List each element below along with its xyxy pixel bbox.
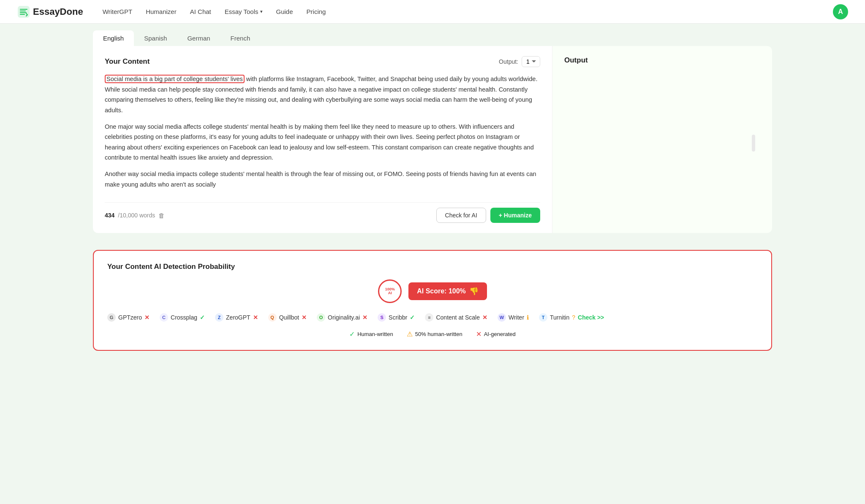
brand-name: EssayDone xyxy=(33,6,83,17)
writer-label: Writer xyxy=(509,314,524,321)
word-count-limit: /10,000 words xyxy=(118,212,155,219)
score-circle-label: AI xyxy=(388,291,392,295)
zerogpt-label: ZeroGPT xyxy=(226,314,250,321)
nav-pricing[interactable]: Pricing xyxy=(301,5,332,19)
scribbr-label: Scribbr xyxy=(389,314,407,321)
content-text: Social media is a big part of college st… xyxy=(105,74,540,190)
highlighted-sentence: Social media is a big part of college st… xyxy=(105,75,245,83)
quillbot-icon: Q xyxy=(268,313,277,322)
legend-orange-icon: ⚠ xyxy=(407,330,413,338)
panel-header: Your Content Output: 1 2 3 xyxy=(105,56,540,67)
zerogpt-status: ✕ xyxy=(253,314,258,321)
gptzero-label: GPTzero xyxy=(118,314,142,321)
tab-german[interactable]: German xyxy=(177,30,220,46)
gptzero-status: ✕ xyxy=(144,314,150,321)
originality-label: Originality.ai xyxy=(328,314,360,321)
output-label: Output: xyxy=(499,58,518,65)
detection-title: Your Content AI Detection Probability xyxy=(107,263,758,271)
writer-status: ℹ xyxy=(527,314,529,321)
contentatscale-label: Content at Scale xyxy=(436,314,480,321)
crossplag-icon: C xyxy=(160,313,168,322)
legend-50-human: ⚠ 50% human-written xyxy=(407,330,462,338)
svg-rect-0 xyxy=(18,6,30,18)
legend-human-written-label: Human-written xyxy=(357,331,393,337)
nav-writergpt[interactable]: WriterGPT xyxy=(97,5,139,19)
legend-ai-generated-label: AI-generated xyxy=(484,331,516,337)
legend-red-icon: ✕ xyxy=(476,330,481,338)
chevron-down-icon: ▾ xyxy=(260,9,263,14)
score-circle: 100% AI xyxy=(378,279,402,303)
detector-originality: O Originality.ai ✕ xyxy=(317,313,367,322)
output-select[interactable]: 1 2 3 xyxy=(522,56,540,67)
turnitin-info-icon: ? xyxy=(572,314,575,321)
nav-essay-tools[interactable]: Essay Tools ▾ xyxy=(219,5,269,19)
tab-spanish[interactable]: Spanish xyxy=(134,30,177,46)
detector-scribbr: S Scribbr ✓ xyxy=(378,313,415,322)
detector-gptzero: G GPTzero ✕ xyxy=(107,313,150,322)
bottom-row: 434 /10,000 words 🗑 Check for AI + Human… xyxy=(105,202,540,223)
originality-status: ✕ xyxy=(362,314,367,321)
lang-tabs: English Spanish German French xyxy=(0,24,865,46)
turnitin-label: Turnitin xyxy=(550,314,569,321)
turnitin-icon: T xyxy=(539,313,547,322)
zerogpt-icon: Z xyxy=(215,313,223,322)
nav-humanizer[interactable]: Humanizer xyxy=(140,5,182,19)
gptzero-icon: G xyxy=(107,313,116,322)
crossplag-status: ✓ xyxy=(200,314,205,321)
word-count-number: 434 xyxy=(105,212,114,219)
paragraph-3: Another way social media impacts college… xyxy=(105,169,540,190)
score-badge-text: AI Score: 100% xyxy=(417,287,466,295)
contentatscale-icon: ≡ xyxy=(425,313,433,322)
thumbs-down-icon: 👎 xyxy=(469,287,479,296)
score-center: 100% AI AI Score: 100% 👎 xyxy=(107,279,758,303)
check-for-ai-button[interactable]: Check for AI xyxy=(436,208,486,223)
scroll-indicator xyxy=(752,135,755,152)
detectors-grid: G GPTzero ✕ C Crossplag ✓ Z ZeroGPT ✕ Q … xyxy=(107,313,758,322)
legend-ai-generated: ✕ AI-generated xyxy=(476,330,516,338)
quillbot-label: Quillbot xyxy=(279,314,299,321)
word-count: 434 /10,000 words 🗑 xyxy=(105,212,165,219)
detector-contentatscale: ≡ Content at Scale ✕ xyxy=(425,313,487,322)
nav-links: WriterGPT Humanizer AI Chat Essay Tools … xyxy=(97,5,833,19)
detector-quillbot: Q Quillbot ✕ xyxy=(268,313,307,322)
score-badge: AI Score: 100% 👎 xyxy=(408,282,487,300)
right-panel: Output xyxy=(552,46,772,233)
main-area: Your Content Output: 1 2 3 Social media … xyxy=(0,46,865,250)
humanize-button[interactable]: + Humanize xyxy=(490,208,540,223)
output-title: Output xyxy=(564,56,588,65)
content-row: Your Content Output: 1 2 3 Social media … xyxy=(93,46,772,233)
scribbr-status: ✓ xyxy=(410,314,415,321)
avatar[interactable]: A xyxy=(833,4,848,19)
nav-guide[interactable]: Guide xyxy=(270,5,299,19)
content-scroll-area[interactable]: Social media is a big part of college st… xyxy=(105,74,540,195)
detector-crossplag: C Crossplag ✓ xyxy=(160,313,205,322)
turnitin-check-link[interactable]: Check >> xyxy=(578,314,604,321)
quillbot-status: ✕ xyxy=(302,314,307,321)
action-buttons: Check for AI + Humanize xyxy=(436,208,540,223)
paragraph-1: Social media is a big part of college st… xyxy=(105,74,540,116)
detector-writer: W Writer ℹ xyxy=(498,313,529,322)
left-panel: Your Content Output: 1 2 3 Social media … xyxy=(93,46,552,233)
originality-icon: O xyxy=(317,313,325,322)
legend-human-written: ✓ Human-written xyxy=(349,330,393,338)
brand-logo[interactable]: EssayDone xyxy=(17,5,83,19)
crossplag-label: Crossplag xyxy=(171,314,197,321)
trash-icon[interactable]: 🗑 xyxy=(158,212,165,219)
your-content-title: Your Content xyxy=(105,57,150,66)
legend-green-icon: ✓ xyxy=(349,330,355,338)
nav-ai-chat[interactable]: AI Chat xyxy=(184,5,217,19)
writer-icon: W xyxy=(498,313,506,322)
output-select-row: Output: 1 2 3 xyxy=(499,56,540,67)
detection-section: Your Content AI Detection Probability 10… xyxy=(93,250,772,351)
navbar: EssayDone WriterGPT Humanizer AI Chat Es… xyxy=(0,0,865,24)
contentatscale-status: ✕ xyxy=(482,314,487,321)
output-panel-header: Output xyxy=(564,56,760,65)
detector-turnitin: T Turnitin ? Check >> xyxy=(539,313,604,322)
legend-row: ✓ Human-written ⚠ 50% human-written ✕ AI… xyxy=(107,330,758,338)
tab-english[interactable]: English xyxy=(93,30,134,46)
brand-icon xyxy=(17,5,30,19)
detector-zerogpt: Z ZeroGPT ✕ xyxy=(215,313,258,322)
paragraph-2: One major way social media affects colle… xyxy=(105,122,540,163)
tab-french[interactable]: French xyxy=(220,30,261,46)
legend-50-human-label: 50% human-written xyxy=(415,331,462,337)
